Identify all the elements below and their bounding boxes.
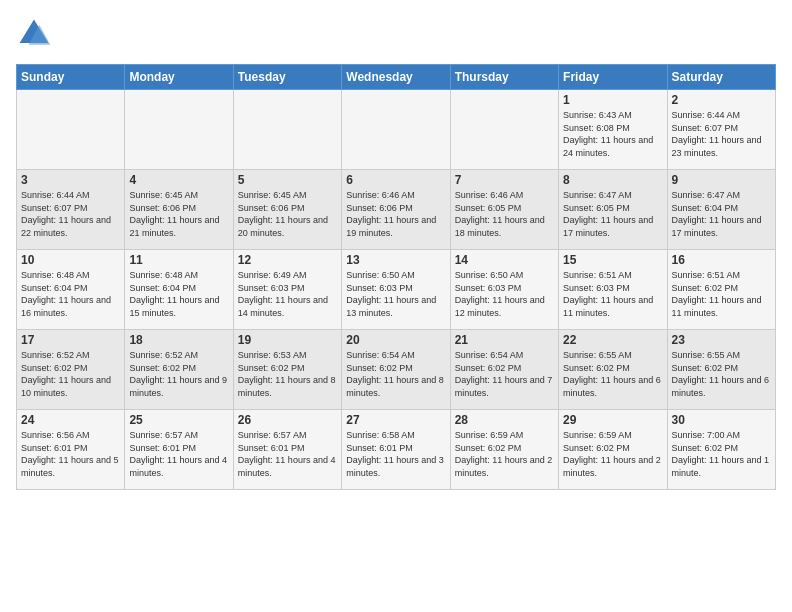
day-cell: 18Sunrise: 6:52 AM Sunset: 6:02 PM Dayli… [125,330,233,410]
day-number: 22 [563,333,662,347]
day-number: 1 [563,93,662,107]
day-info: Sunrise: 6:57 AM Sunset: 6:01 PM Dayligh… [129,429,228,479]
day-cell: 30Sunrise: 7:00 AM Sunset: 6:02 PM Dayli… [667,410,775,490]
day-cell: 24Sunrise: 6:56 AM Sunset: 6:01 PM Dayli… [17,410,125,490]
day-cell: 13Sunrise: 6:50 AM Sunset: 6:03 PM Dayli… [342,250,450,330]
day-info: Sunrise: 6:51 AM Sunset: 6:03 PM Dayligh… [563,269,662,319]
day-number: 24 [21,413,120,427]
day-number: 11 [129,253,228,267]
day-cell: 20Sunrise: 6:54 AM Sunset: 6:02 PM Dayli… [342,330,450,410]
day-info: Sunrise: 6:59 AM Sunset: 6:02 PM Dayligh… [563,429,662,479]
header-sunday: Sunday [17,65,125,90]
day-cell [342,90,450,170]
day-info: Sunrise: 6:58 AM Sunset: 6:01 PM Dayligh… [346,429,445,479]
day-info: Sunrise: 6:54 AM Sunset: 6:02 PM Dayligh… [346,349,445,399]
day-cell: 29Sunrise: 6:59 AM Sunset: 6:02 PM Dayli… [559,410,667,490]
day-info: Sunrise: 6:59 AM Sunset: 6:02 PM Dayligh… [455,429,554,479]
day-number: 5 [238,173,337,187]
day-number: 28 [455,413,554,427]
day-cell: 25Sunrise: 6:57 AM Sunset: 6:01 PM Dayli… [125,410,233,490]
day-number: 18 [129,333,228,347]
day-info: Sunrise: 6:53 AM Sunset: 6:02 PM Dayligh… [238,349,337,399]
day-number: 14 [455,253,554,267]
day-number: 6 [346,173,445,187]
day-cell: 26Sunrise: 6:57 AM Sunset: 6:01 PM Dayli… [233,410,341,490]
day-info: Sunrise: 6:46 AM Sunset: 6:05 PM Dayligh… [455,189,554,239]
day-cell: 15Sunrise: 6:51 AM Sunset: 6:03 PM Dayli… [559,250,667,330]
day-number: 10 [21,253,120,267]
day-cell: 22Sunrise: 6:55 AM Sunset: 6:02 PM Dayli… [559,330,667,410]
day-number: 3 [21,173,120,187]
day-number: 21 [455,333,554,347]
day-info: Sunrise: 6:48 AM Sunset: 6:04 PM Dayligh… [129,269,228,319]
day-cell: 23Sunrise: 6:55 AM Sunset: 6:02 PM Dayli… [667,330,775,410]
day-info: Sunrise: 6:56 AM Sunset: 6:01 PM Dayligh… [21,429,120,479]
day-number: 15 [563,253,662,267]
day-cell: 9Sunrise: 6:47 AM Sunset: 6:04 PM Daylig… [667,170,775,250]
day-info: Sunrise: 6:50 AM Sunset: 6:03 PM Dayligh… [455,269,554,319]
header-row: SundayMondayTuesdayWednesdayThursdayFrid… [17,65,776,90]
day-info: Sunrise: 6:45 AM Sunset: 6:06 PM Dayligh… [238,189,337,239]
day-info: Sunrise: 6:48 AM Sunset: 6:04 PM Dayligh… [21,269,120,319]
day-info: Sunrise: 6:43 AM Sunset: 6:08 PM Dayligh… [563,109,662,159]
day-cell: 27Sunrise: 6:58 AM Sunset: 6:01 PM Dayli… [342,410,450,490]
day-number: 30 [672,413,771,427]
week-row-1: 3Sunrise: 6:44 AM Sunset: 6:07 PM Daylig… [17,170,776,250]
page-header [16,16,776,52]
header-tuesday: Tuesday [233,65,341,90]
day-info: Sunrise: 6:54 AM Sunset: 6:02 PM Dayligh… [455,349,554,399]
day-cell: 8Sunrise: 6:47 AM Sunset: 6:05 PM Daylig… [559,170,667,250]
day-info: Sunrise: 6:45 AM Sunset: 6:06 PM Dayligh… [129,189,228,239]
day-cell: 12Sunrise: 6:49 AM Sunset: 6:03 PM Dayli… [233,250,341,330]
day-cell: 5Sunrise: 6:45 AM Sunset: 6:06 PM Daylig… [233,170,341,250]
logo-icon [16,16,52,52]
day-cell: 1Sunrise: 6:43 AM Sunset: 6:08 PM Daylig… [559,90,667,170]
day-info: Sunrise: 7:00 AM Sunset: 6:02 PM Dayligh… [672,429,771,479]
day-info: Sunrise: 6:46 AM Sunset: 6:06 PM Dayligh… [346,189,445,239]
day-cell: 21Sunrise: 6:54 AM Sunset: 6:02 PM Dayli… [450,330,558,410]
header-monday: Monday [125,65,233,90]
day-cell: 17Sunrise: 6:52 AM Sunset: 6:02 PM Dayli… [17,330,125,410]
day-cell: 28Sunrise: 6:59 AM Sunset: 6:02 PM Dayli… [450,410,558,490]
day-number: 13 [346,253,445,267]
week-row-3: 17Sunrise: 6:52 AM Sunset: 6:02 PM Dayli… [17,330,776,410]
week-row-2: 10Sunrise: 6:48 AM Sunset: 6:04 PM Dayli… [17,250,776,330]
day-info: Sunrise: 6:55 AM Sunset: 6:02 PM Dayligh… [563,349,662,399]
day-number: 26 [238,413,337,427]
day-info: Sunrise: 6:55 AM Sunset: 6:02 PM Dayligh… [672,349,771,399]
day-number: 25 [129,413,228,427]
day-info: Sunrise: 6:51 AM Sunset: 6:02 PM Dayligh… [672,269,771,319]
day-cell: 7Sunrise: 6:46 AM Sunset: 6:05 PM Daylig… [450,170,558,250]
day-number: 8 [563,173,662,187]
day-cell: 11Sunrise: 6:48 AM Sunset: 6:04 PM Dayli… [125,250,233,330]
day-cell [17,90,125,170]
day-info: Sunrise: 6:49 AM Sunset: 6:03 PM Dayligh… [238,269,337,319]
day-cell: 2Sunrise: 6:44 AM Sunset: 6:07 PM Daylig… [667,90,775,170]
day-number: 7 [455,173,554,187]
day-number: 2 [672,93,771,107]
day-info: Sunrise: 6:52 AM Sunset: 6:02 PM Dayligh… [129,349,228,399]
day-info: Sunrise: 6:57 AM Sunset: 6:01 PM Dayligh… [238,429,337,479]
week-row-4: 24Sunrise: 6:56 AM Sunset: 6:01 PM Dayli… [17,410,776,490]
week-row-0: 1Sunrise: 6:43 AM Sunset: 6:08 PM Daylig… [17,90,776,170]
header-wednesday: Wednesday [342,65,450,90]
day-number: 12 [238,253,337,267]
day-info: Sunrise: 6:47 AM Sunset: 6:05 PM Dayligh… [563,189,662,239]
day-cell: 6Sunrise: 6:46 AM Sunset: 6:06 PM Daylig… [342,170,450,250]
day-number: 29 [563,413,662,427]
day-number: 20 [346,333,445,347]
header-saturday: Saturday [667,65,775,90]
day-cell: 19Sunrise: 6:53 AM Sunset: 6:02 PM Dayli… [233,330,341,410]
day-cell: 4Sunrise: 6:45 AM Sunset: 6:06 PM Daylig… [125,170,233,250]
day-number: 23 [672,333,771,347]
day-number: 19 [238,333,337,347]
day-number: 16 [672,253,771,267]
day-cell [450,90,558,170]
day-cell [233,90,341,170]
day-cell [125,90,233,170]
day-cell: 16Sunrise: 6:51 AM Sunset: 6:02 PM Dayli… [667,250,775,330]
logo [16,16,56,52]
day-cell: 14Sunrise: 6:50 AM Sunset: 6:03 PM Dayli… [450,250,558,330]
header-friday: Friday [559,65,667,90]
day-number: 4 [129,173,228,187]
